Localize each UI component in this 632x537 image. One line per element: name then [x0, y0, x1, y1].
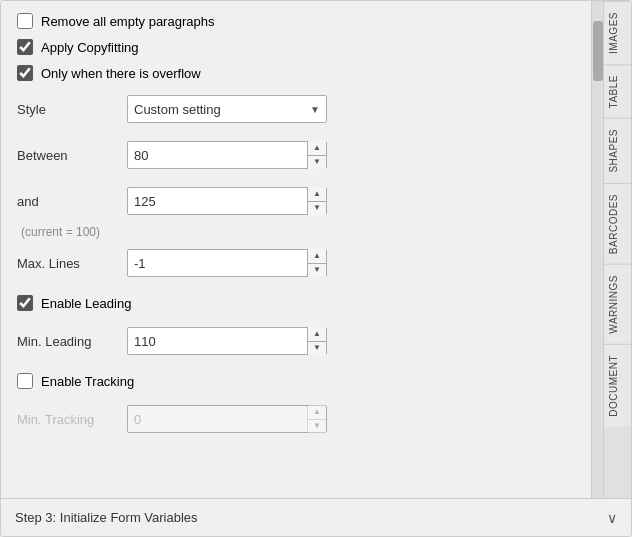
min-leading-up-btn[interactable]: ▲	[308, 327, 326, 342]
remove-empty-checkbox[interactable]	[17, 13, 33, 29]
min-tracking-spinner: ▲ ▼	[307, 405, 326, 433]
chevron-down-icon: ▼	[310, 104, 320, 115]
apply-copyfitting-checkbox[interactable]	[17, 39, 33, 55]
tab-images[interactable]: IMAGES	[604, 1, 631, 64]
tab-barcodes[interactable]: BARCODES	[604, 183, 631, 264]
min-leading-label: Min. Leading	[17, 334, 127, 349]
between-row: Between 80 ▲ ▼	[17, 141, 575, 169]
max-lines-down-btn[interactable]: ▼	[308, 264, 326, 278]
only-overflow-label: Only when there is overflow	[41, 66, 201, 81]
and-input[interactable]: 125	[128, 194, 307, 209]
enable-tracking-label: Enable Tracking	[41, 374, 134, 389]
tab-shapes[interactable]: SHAPES	[604, 118, 631, 183]
min-tracking-row: Min. Tracking 0 ▲ ▼	[17, 405, 575, 433]
style-row: Style Custom setting ▼	[17, 95, 575, 123]
min-leading-input[interactable]: 110	[128, 334, 307, 349]
style-label: Style	[17, 102, 127, 117]
style-select[interactable]: Custom setting ▼	[127, 95, 327, 123]
min-leading-down-btn[interactable]: ▼	[308, 342, 326, 356]
and-down-btn[interactable]: ▼	[308, 202, 326, 216]
between-up-btn[interactable]: ▲	[308, 141, 326, 156]
apply-copyfitting-label: Apply Copyfitting	[41, 40, 139, 55]
tab-table[interactable]: TABLE	[604, 64, 631, 118]
remove-empty-label: Remove all empty paragraphs	[41, 14, 214, 29]
min-tracking-input-wrap: 0 ▲ ▼	[127, 405, 327, 433]
main-container: Remove all empty paragraphs Apply Copyfi…	[0, 0, 632, 537]
min-tracking-down-btn: ▼	[308, 420, 326, 434]
enable-leading-checkbox[interactable]	[17, 295, 33, 311]
bottom-bar[interactable]: Step 3: Initialize Form Variables ∨	[1, 498, 591, 536]
enable-tracking-checkbox[interactable]	[17, 373, 33, 389]
remove-empty-row: Remove all empty paragraphs	[17, 13, 575, 29]
max-lines-input-wrap: -1 ▲ ▼	[127, 249, 327, 277]
and-spinner: ▲ ▼	[307, 187, 326, 215]
min-leading-spinner: ▲ ▼	[307, 327, 326, 355]
min-tracking-input[interactable]: 0	[128, 412, 307, 427]
between-input-wrap: 80 ▲ ▼	[127, 141, 327, 169]
tab-warnings[interactable]: WARNINGS	[604, 264, 631, 344]
min-tracking-label: Min. Tracking	[17, 412, 127, 427]
max-lines-spinner: ▲ ▼	[307, 249, 326, 277]
and-up-btn[interactable]: ▲	[308, 187, 326, 202]
scrollbar-thumb[interactable]	[593, 21, 603, 81]
and-input-wrap: 125 ▲ ▼	[127, 187, 327, 215]
between-down-btn[interactable]: ▼	[308, 156, 326, 170]
and-row: and 125 ▲ ▼	[17, 187, 575, 215]
min-leading-row: Min. Leading 110 ▲ ▼	[17, 327, 575, 355]
max-lines-row: Max. Lines -1 ▲ ▼	[17, 249, 575, 277]
enable-leading-row: Enable Leading	[17, 295, 575, 311]
bottom-bar-label: Step 3: Initialize Form Variables	[15, 510, 198, 525]
min-tracking-up-btn: ▲	[308, 405, 326, 420]
apply-copyfitting-row: Apply Copyfitting	[17, 39, 575, 55]
min-leading-input-wrap: 110 ▲ ▼	[127, 327, 327, 355]
main-panel: Remove all empty paragraphs Apply Copyfi…	[1, 1, 591, 536]
max-lines-label: Max. Lines	[17, 256, 127, 271]
max-lines-input[interactable]: -1	[128, 256, 307, 271]
only-overflow-row: Only when there is overflow	[17, 65, 575, 81]
scrollbar[interactable]	[591, 1, 603, 536]
only-overflow-checkbox[interactable]	[17, 65, 33, 81]
side-tabs: IMAGES TABLE SHAPES BARCODES WARNINGS DO…	[603, 1, 631, 536]
style-value: Custom setting	[134, 102, 221, 117]
current-note: (current = 100)	[17, 225, 575, 239]
between-label: Between	[17, 148, 127, 163]
enable-leading-label: Enable Leading	[41, 296, 131, 311]
and-label: and	[17, 194, 127, 209]
max-lines-up-btn[interactable]: ▲	[308, 249, 326, 264]
between-spinner: ▲ ▼	[307, 141, 326, 169]
enable-tracking-row: Enable Tracking	[17, 373, 575, 389]
tab-document[interactable]: DOCUMENT	[604, 344, 631, 427]
between-input[interactable]: 80	[128, 148, 307, 163]
